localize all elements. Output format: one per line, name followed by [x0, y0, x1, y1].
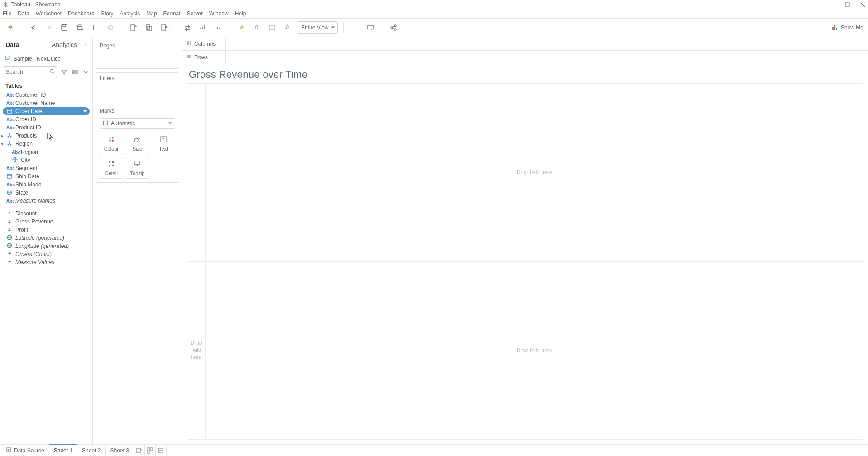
menu-data[interactable]: Data	[18, 10, 29, 17]
svg-rect-12	[62, 25, 67, 30]
view-fields-button[interactable]	[71, 68, 79, 76]
field-search[interactable]	[3, 66, 57, 77]
field-products[interactable]: ▸Products	[0, 132, 92, 140]
field-ship-date[interactable]: Ship Date	[0, 172, 92, 180]
maximize-button[interactable]	[844, 2, 850, 7]
refresh-button[interactable]	[105, 22, 116, 33]
field-customer-name[interactable]: AbcCustomer Name	[0, 99, 92, 107]
columns-drop[interactable]	[226, 37, 868, 50]
field-order-date[interactable]: Order Date	[3, 107, 90, 115]
pages-shelf[interactable]: Pages	[96, 40, 179, 69]
field-customer-id[interactable]: AbcCustomer ID	[0, 91, 92, 99]
rows-shelf[interactable]: Rows	[182, 51, 868, 64]
field-discount[interactable]: #Discount	[0, 209, 92, 218]
field-gross-revenue[interactable]: #Gross Revenue	[0, 218, 92, 226]
sheet-tab-3[interactable]: Sheet 3	[106, 445, 134, 456]
datasource-tab[interactable]: Data Source	[2, 445, 49, 456]
worksheet-title[interactable]: Gross Revenue over Time	[182, 64, 868, 83]
sort-desc-button[interactable]	[212, 22, 224, 33]
columns-shelf[interactable]: Columns	[182, 37, 868, 51]
duplicate-button[interactable]	[143, 22, 155, 33]
data-tab-label: Data	[5, 41, 19, 48]
save-button[interactable]	[58, 22, 70, 33]
new-datasource-button[interactable]	[74, 22, 86, 33]
menu-file[interactable]: File	[3, 10, 11, 17]
marks-detail[interactable]: Detail	[100, 157, 123, 179]
field-ship-mode[interactable]: AbcShip Mode	[0, 180, 92, 189]
field-segment[interactable]: AbcSegment	[0, 164, 92, 172]
close-button[interactable]	[860, 2, 865, 7]
search-input[interactable]	[6, 69, 47, 75]
menu-dashboard[interactable]: Dashboard	[68, 10, 95, 17]
new-story-tab[interactable]	[156, 445, 167, 456]
field-region[interactable]: AbcRegion	[0, 148, 92, 156]
pane-options-icon[interactable]: ◦	[85, 41, 87, 48]
datasource-item[interactable]: Sample - NextJuice	[0, 52, 92, 65]
group-button[interactable]	[251, 22, 263, 33]
show-me-button[interactable]: Show Me	[832, 24, 863, 32]
clear-worksheet-button[interactable]	[158, 22, 170, 33]
menu-help[interactable]: Help	[235, 10, 246, 17]
field-label: Measure Names	[15, 198, 55, 204]
menu-worksheet[interactable]: Worksheet	[36, 10, 62, 17]
menu-server[interactable]: Server	[187, 10, 203, 17]
canvas[interactable]: Drop field here Drop field here	[205, 83, 863, 440]
share-button[interactable]	[388, 22, 399, 33]
field-measure-values[interactable]: #Measure Values	[0, 258, 92, 266]
field-profit[interactable]: #Profit	[0, 226, 92, 234]
new-dashboard-tab[interactable]	[145, 445, 156, 456]
pause-updates-button[interactable]	[89, 22, 101, 33]
minimize-button[interactable]	[829, 2, 834, 7]
menu-window[interactable]: Window	[209, 10, 229, 17]
marks-title: Marks	[96, 105, 179, 116]
show-cards-button[interactable]	[349, 22, 361, 33]
redo-button[interactable]	[43, 22, 55, 33]
field-dropdown-icon[interactable]	[83, 110, 87, 114]
data-tab[interactable]: Data	[0, 37, 46, 52]
marks-colour[interactable]: Colour	[100, 133, 123, 154]
new-worksheet-tab[interactable]	[134, 445, 145, 456]
pin-button[interactable]	[282, 22, 293, 33]
rows-drop[interactable]	[226, 51, 868, 64]
menu-map[interactable]: Map	[146, 10, 157, 17]
fit-select[interactable]: Entire View	[297, 21, 338, 34]
field-city[interactable]: City	[0, 156, 92, 164]
highlight-button[interactable]	[235, 22, 247, 33]
fields-menu-button[interactable]	[82, 68, 90, 76]
field-region[interactable]: ▾Region	[0, 140, 92, 148]
marks-text[interactable]: T Text	[152, 133, 175, 154]
field-orders-count-[interactable]: #Orders (Count)	[0, 250, 92, 258]
sheet-tab-1[interactable]: Sheet 1	[49, 444, 77, 456]
field-product-id[interactable]: AbcProduct ID	[0, 124, 92, 132]
field-state[interactable]: State	[0, 189, 92, 197]
undo-button[interactable]	[28, 22, 39, 33]
analytics-tab[interactable]: Analytics◦	[46, 37, 92, 52]
filter-fields-button[interactable]	[60, 68, 68, 76]
filters-shelf[interactable]: Filters	[96, 72, 179, 101]
drop-target-col[interactable]: Drop field here	[206, 84, 863, 262]
menu-format[interactable]: Format	[163, 10, 181, 17]
swap-axes-button[interactable]	[182, 22, 193, 33]
expand-icon[interactable]: ▸	[1, 133, 5, 139]
field-label: City	[21, 157, 30, 163]
marks-size[interactable]: Size	[126, 133, 149, 154]
tableau-home-icon[interactable]	[5, 22, 16, 33]
field-longitude-generated-[interactable]: Longitude (generated)	[0, 242, 92, 250]
field-latitude-generated-[interactable]: Latitude (generated)	[0, 234, 92, 242]
sheet-tab-2[interactable]: Sheet 2	[77, 445, 106, 456]
menu-story[interactable]: Story	[101, 10, 114, 17]
menu-analysis[interactable]: Analysis	[120, 10, 140, 17]
marks-colour-label: Colour	[104, 146, 119, 152]
new-worksheet-button[interactable]	[128, 22, 139, 33]
labels-button[interactable]: T	[266, 22, 278, 33]
row-header-zone[interactable]: Drop field here	[187, 83, 205, 440]
drop-target-main[interactable]: Drop field here	[206, 262, 863, 440]
field-order-id[interactable]: AbcOrder ID	[0, 115, 92, 124]
drop-target-rowhdr[interactable]: Drop field here	[187, 262, 205, 440]
field-measure-names[interactable]: AbcMeasure Names	[0, 197, 92, 205]
presentation-mode-button[interactable]	[364, 22, 376, 33]
marks-tooltip[interactable]: Tooltip	[126, 157, 149, 179]
mark-type-select[interactable]: Automatic	[100, 118, 175, 129]
collapse-icon[interactable]: ▾	[1, 141, 5, 147]
sort-asc-button[interactable]	[197, 22, 209, 33]
